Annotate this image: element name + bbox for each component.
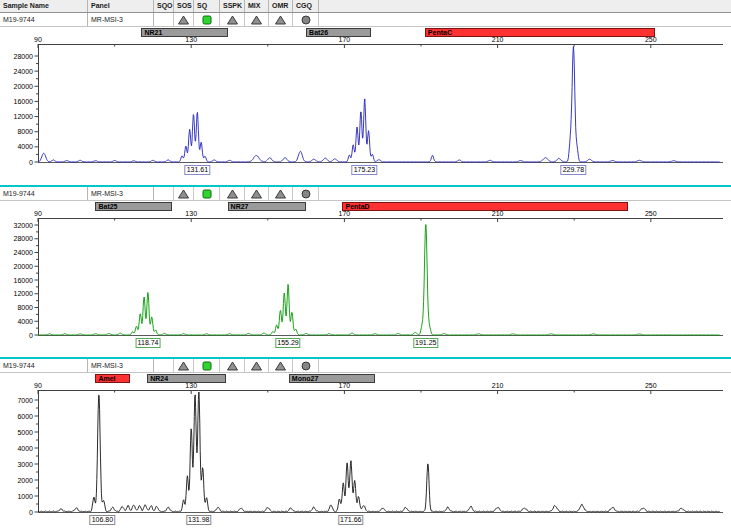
y-axis-tick-label: 4000 (17, 318, 33, 325)
y-axis-tick-label: 5000 (17, 429, 33, 436)
y-axis-tick-label: 8000 (17, 128, 33, 135)
electropherogram-panel-2: M19-9744 MR-MSI-3 9013017021025004000800… (0, 187, 731, 357)
electropherogram-plot[interactable]: 9013017021025001000200030004000500060007… (0, 359, 731, 529)
quality-pass-square-icon[interactable] (194, 359, 220, 372)
peak-size-label[interactable]: 106.80 (90, 515, 115, 525)
warning-triangle-icon[interactable] (245, 13, 269, 26)
electropherogram-panel-3: M19-9744 MR-MSI-3 9013017021025001000200… (0, 359, 731, 529)
peak-size-label[interactable]: 171.66 (338, 515, 363, 525)
panel-name-cell[interactable]: MR-MSI-3 (88, 359, 154, 372)
marker-amel[interactable]: Amel (95, 374, 129, 383)
cgq-circle-icon[interactable] (293, 187, 319, 200)
peak-size-label[interactable]: 131.98 (186, 515, 211, 525)
y-axis-tick-label: 4000 (17, 445, 33, 452)
sample-name-cell[interactable]: M19-9744 (0, 13, 88, 26)
trace-line (38, 46, 720, 162)
electropherogram-plot[interactable]: 9013017021025004000800012000160002000024… (0, 187, 731, 357)
y-axis-tick-label: 32000 (14, 222, 34, 229)
y-axis-tick-label: 3000 (17, 461, 33, 468)
trace-line (38, 225, 720, 335)
header-mix: MIX (245, 0, 269, 12)
marker-mono27[interactable]: Mono27 (289, 374, 375, 383)
peak-size-label[interactable]: 229.78 (561, 165, 586, 175)
header-sqo: SQO (154, 0, 174, 12)
header-cgq: CGQ (293, 0, 319, 12)
peak-size-label[interactable]: 131.61 (185, 165, 210, 175)
header-sq: SQ (194, 0, 220, 12)
y-axis-tick-label: 28000 (14, 235, 34, 242)
warning-triangle-icon[interactable] (245, 359, 269, 372)
panel-name-cell[interactable]: MR-MSI-3 (88, 187, 154, 200)
empty-flag (154, 13, 174, 26)
sample-name-cell[interactable]: M19-9744 (0, 359, 88, 372)
y-axis-tick-label: 6000 (17, 413, 33, 420)
header-panel: Panel (88, 0, 154, 12)
header-sspk: SSPK (220, 0, 245, 12)
y-axis-tick-label: 4000 (17, 143, 33, 150)
y-axis-tick-label: 12000 (14, 113, 34, 120)
y-axis-tick-label: 20000 (14, 263, 34, 270)
sample-name-cell[interactable]: M19-9744 (0, 187, 88, 200)
marker-nr24[interactable]: NR24 (147, 374, 226, 383)
warning-triangle-icon[interactable] (220, 359, 245, 372)
peak-size-label[interactable]: 118.74 (136, 338, 161, 348)
sample-row[interactable]: M19-9744 MR-MSI-3 (0, 359, 731, 373)
marker-nr27[interactable]: NR27 (228, 202, 307, 211)
marker-pentac[interactable]: PentaC (425, 28, 655, 37)
y-axis-tick-label: 12000 (14, 290, 34, 297)
empty-flag (154, 187, 174, 200)
header-omr: OMR (269, 0, 293, 12)
table-header-row: Sample Name Panel SQO SOS SQ SSPK MIX OM… (0, 0, 731, 13)
quality-pass-square-icon[interactable] (194, 187, 220, 200)
y-axis-tick-label: 20000 (14, 83, 34, 90)
y-axis-tick-label: 2000 (17, 477, 33, 484)
peak-size-label[interactable]: 175.23 (352, 165, 377, 175)
electropherogram-panel-1: M19-9744 MR-MSI-3 9013017021025004000800… (0, 13, 731, 185)
y-axis-tick-label: 24000 (14, 249, 34, 256)
warning-triangle-icon[interactable] (245, 187, 269, 200)
cgq-circle-icon[interactable] (293, 13, 319, 26)
peak-size-label[interactable]: 155.29 (275, 338, 300, 348)
panel-name-cell[interactable]: MR-MSI-3 (88, 13, 154, 26)
y-axis-tick-label: 8000 (17, 304, 33, 311)
warning-triangle-icon[interactable] (174, 359, 194, 372)
marker-bat26[interactable]: Bat26 (306, 28, 371, 37)
y-axis-tick-label: 16000 (14, 277, 34, 284)
warning-triangle-icon[interactable] (269, 13, 293, 26)
quality-pass-square-icon[interactable] (194, 13, 220, 26)
cgq-circle-icon[interactable] (293, 359, 319, 372)
y-axis-tick-label: 0 (29, 332, 33, 339)
header-sample-name: Sample Name (0, 0, 88, 12)
marker-nr21[interactable]: NR21 (141, 28, 227, 37)
y-axis-tick-label: 1000 (17, 493, 33, 500)
sample-row[interactable]: M19-9744 MR-MSI-3 (0, 187, 731, 201)
y-axis-tick-label: 24000 (14, 68, 34, 75)
warning-triangle-icon[interactable] (269, 359, 293, 372)
header-sos: SOS (174, 0, 194, 12)
warning-triangle-icon[interactable] (174, 187, 194, 200)
sample-row[interactable]: M19-9744 MR-MSI-3 (0, 13, 731, 27)
y-axis-tick-label: 7000 (17, 397, 33, 404)
trace-line (38, 392, 720, 512)
warning-triangle-icon[interactable] (220, 13, 245, 26)
marker-bat25[interactable]: Bat25 (95, 202, 172, 211)
empty-flag (154, 359, 174, 372)
y-axis-tick-label: 28000 (14, 53, 34, 60)
y-axis-tick-label: 0 (29, 159, 33, 166)
electropherogram-plot[interactable]: 9013017021025004000800012000160002000024… (0, 13, 731, 185)
y-axis-tick-label: 0 (29, 509, 33, 516)
warning-triangle-icon[interactable] (220, 187, 245, 200)
y-axis-tick-label: 16000 (14, 98, 34, 105)
marker-pentad[interactable]: PentaD (342, 202, 627, 211)
warning-triangle-icon[interactable] (269, 187, 293, 200)
warning-triangle-icon[interactable] (174, 13, 194, 26)
peak-size-label[interactable]: 191.25 (413, 338, 438, 348)
